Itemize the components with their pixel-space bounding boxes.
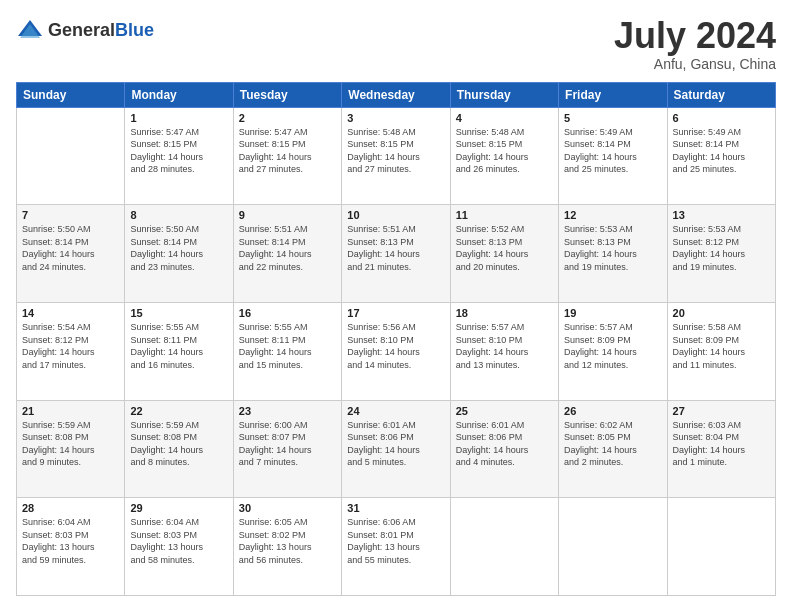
day-number: 19 (564, 307, 661, 319)
day-info: Sunrise: 5:57 AM Sunset: 8:10 PM Dayligh… (456, 321, 553, 371)
table-row: 16Sunrise: 5:55 AM Sunset: 8:11 PM Dayli… (233, 302, 341, 400)
day-info: Sunrise: 6:06 AM Sunset: 8:01 PM Dayligh… (347, 516, 444, 566)
calendar-week-row: 21Sunrise: 5:59 AM Sunset: 8:08 PM Dayli… (17, 400, 776, 498)
day-number: 10 (347, 209, 444, 221)
day-number: 2 (239, 112, 336, 124)
table-row: 29Sunrise: 6:04 AM Sunset: 8:03 PM Dayli… (125, 498, 233, 596)
table-row: 10Sunrise: 5:51 AM Sunset: 8:13 PM Dayli… (342, 205, 450, 303)
day-number: 8 (130, 209, 227, 221)
day-info: Sunrise: 6:02 AM Sunset: 8:05 PM Dayligh… (564, 419, 661, 469)
table-row: 14Sunrise: 5:54 AM Sunset: 8:12 PM Dayli… (17, 302, 125, 400)
day-info: Sunrise: 5:54 AM Sunset: 8:12 PM Dayligh… (22, 321, 119, 371)
day-number: 12 (564, 209, 661, 221)
day-number: 13 (673, 209, 770, 221)
table-row: 28Sunrise: 6:04 AM Sunset: 8:03 PM Dayli… (17, 498, 125, 596)
table-row: 24Sunrise: 6:01 AM Sunset: 8:06 PM Dayli… (342, 400, 450, 498)
table-row: 21Sunrise: 5:59 AM Sunset: 8:08 PM Dayli… (17, 400, 125, 498)
day-number: 3 (347, 112, 444, 124)
month-year: July 2024 (614, 16, 776, 56)
table-row: 6Sunrise: 5:49 AM Sunset: 8:14 PM Daylig… (667, 107, 775, 205)
day-info: Sunrise: 5:53 AM Sunset: 8:13 PM Dayligh… (564, 223, 661, 273)
table-row: 17Sunrise: 5:56 AM Sunset: 8:10 PM Dayli… (342, 302, 450, 400)
day-info: Sunrise: 5:47 AM Sunset: 8:15 PM Dayligh… (239, 126, 336, 176)
table-row: 4Sunrise: 5:48 AM Sunset: 8:15 PM Daylig… (450, 107, 558, 205)
day-number: 4 (456, 112, 553, 124)
day-number: 29 (130, 502, 227, 514)
table-row: 11Sunrise: 5:52 AM Sunset: 8:13 PM Dayli… (450, 205, 558, 303)
table-row: 20Sunrise: 5:58 AM Sunset: 8:09 PM Dayli… (667, 302, 775, 400)
header-sunday: Sunday (17, 82, 125, 107)
day-number: 7 (22, 209, 119, 221)
table-row: 2Sunrise: 5:47 AM Sunset: 8:15 PM Daylig… (233, 107, 341, 205)
day-info: Sunrise: 5:49 AM Sunset: 8:14 PM Dayligh… (564, 126, 661, 176)
day-info: Sunrise: 5:56 AM Sunset: 8:10 PM Dayligh… (347, 321, 444, 371)
day-number: 6 (673, 112, 770, 124)
day-number: 9 (239, 209, 336, 221)
logo: GeneralBlue (16, 16, 154, 44)
table-row (450, 498, 558, 596)
table-row: 9Sunrise: 5:51 AM Sunset: 8:14 PM Daylig… (233, 205, 341, 303)
table-row: 15Sunrise: 5:55 AM Sunset: 8:11 PM Dayli… (125, 302, 233, 400)
day-number: 15 (130, 307, 227, 319)
calendar-week-row: 14Sunrise: 5:54 AM Sunset: 8:12 PM Dayli… (17, 302, 776, 400)
calendar-week-row: 28Sunrise: 6:04 AM Sunset: 8:03 PM Dayli… (17, 498, 776, 596)
day-number: 1 (130, 112, 227, 124)
table-row: 1Sunrise: 5:47 AM Sunset: 8:15 PM Daylig… (125, 107, 233, 205)
day-info: Sunrise: 5:47 AM Sunset: 8:15 PM Dayligh… (130, 126, 227, 176)
day-info: Sunrise: 5:55 AM Sunset: 8:11 PM Dayligh… (130, 321, 227, 371)
day-info: Sunrise: 6:00 AM Sunset: 8:07 PM Dayligh… (239, 419, 336, 469)
day-number: 24 (347, 405, 444, 417)
day-info: Sunrise: 5:51 AM Sunset: 8:13 PM Dayligh… (347, 223, 444, 273)
header-saturday: Saturday (667, 82, 775, 107)
table-row: 22Sunrise: 5:59 AM Sunset: 8:08 PM Dayli… (125, 400, 233, 498)
day-number: 5 (564, 112, 661, 124)
day-info: Sunrise: 5:57 AM Sunset: 8:09 PM Dayligh… (564, 321, 661, 371)
table-row: 13Sunrise: 5:53 AM Sunset: 8:12 PM Dayli… (667, 205, 775, 303)
day-info: Sunrise: 6:01 AM Sunset: 8:06 PM Dayligh… (347, 419, 444, 469)
day-info: Sunrise: 5:53 AM Sunset: 8:12 PM Dayligh… (673, 223, 770, 273)
calendar-week-row: 7Sunrise: 5:50 AM Sunset: 8:14 PM Daylig… (17, 205, 776, 303)
day-number: 18 (456, 307, 553, 319)
day-number: 11 (456, 209, 553, 221)
table-row: 12Sunrise: 5:53 AM Sunset: 8:13 PM Dayli… (559, 205, 667, 303)
day-info: Sunrise: 5:59 AM Sunset: 8:08 PM Dayligh… (22, 419, 119, 469)
day-number: 14 (22, 307, 119, 319)
header-wednesday: Wednesday (342, 82, 450, 107)
table-row: 8Sunrise: 5:50 AM Sunset: 8:14 PM Daylig… (125, 205, 233, 303)
table-row (559, 498, 667, 596)
logo-text: GeneralBlue (48, 20, 154, 41)
table-row (17, 107, 125, 205)
day-info: Sunrise: 6:04 AM Sunset: 8:03 PM Dayligh… (22, 516, 119, 566)
day-info: Sunrise: 5:48 AM Sunset: 8:15 PM Dayligh… (347, 126, 444, 176)
day-number: 27 (673, 405, 770, 417)
calendar-title: July 2024 Anfu, Gansu, China (614, 16, 776, 72)
day-number: 30 (239, 502, 336, 514)
day-number: 20 (673, 307, 770, 319)
day-number: 22 (130, 405, 227, 417)
table-row: 19Sunrise: 5:57 AM Sunset: 8:09 PM Dayli… (559, 302, 667, 400)
table-row: 25Sunrise: 6:01 AM Sunset: 8:06 PM Dayli… (450, 400, 558, 498)
day-info: Sunrise: 5:58 AM Sunset: 8:09 PM Dayligh… (673, 321, 770, 371)
table-row: 30Sunrise: 6:05 AM Sunset: 8:02 PM Dayli… (233, 498, 341, 596)
table-row: 18Sunrise: 5:57 AM Sunset: 8:10 PM Dayli… (450, 302, 558, 400)
day-number: 23 (239, 405, 336, 417)
day-number: 26 (564, 405, 661, 417)
header-tuesday: Tuesday (233, 82, 341, 107)
day-info: Sunrise: 5:49 AM Sunset: 8:14 PM Dayligh… (673, 126, 770, 176)
day-number: 28 (22, 502, 119, 514)
header-friday: Friday (559, 82, 667, 107)
day-info: Sunrise: 6:05 AM Sunset: 8:02 PM Dayligh… (239, 516, 336, 566)
table-row: 31Sunrise: 6:06 AM Sunset: 8:01 PM Dayli… (342, 498, 450, 596)
calendar-week-row: 1Sunrise: 5:47 AM Sunset: 8:15 PM Daylig… (17, 107, 776, 205)
table-row: 3Sunrise: 5:48 AM Sunset: 8:15 PM Daylig… (342, 107, 450, 205)
logo-icon (16, 16, 44, 44)
location: Anfu, Gansu, China (614, 56, 776, 72)
header-thursday: Thursday (450, 82, 558, 107)
day-info: Sunrise: 6:04 AM Sunset: 8:03 PM Dayligh… (130, 516, 227, 566)
day-number: 16 (239, 307, 336, 319)
day-info: Sunrise: 5:50 AM Sunset: 8:14 PM Dayligh… (22, 223, 119, 273)
day-info: Sunrise: 6:03 AM Sunset: 8:04 PM Dayligh… (673, 419, 770, 469)
day-number: 25 (456, 405, 553, 417)
table-row: 5Sunrise: 5:49 AM Sunset: 8:14 PM Daylig… (559, 107, 667, 205)
day-number: 21 (22, 405, 119, 417)
